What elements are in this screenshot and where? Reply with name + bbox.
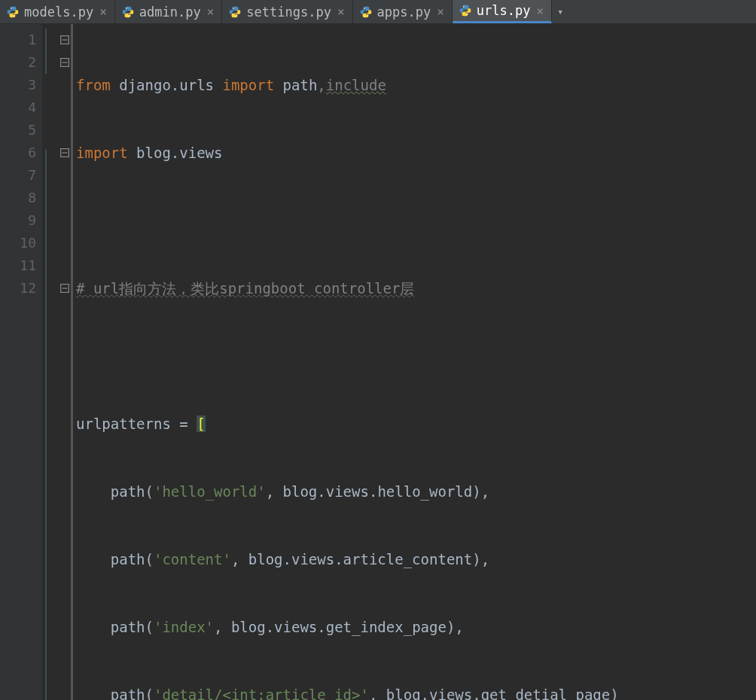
code-line: path('content', blog.views.article_conte…	[76, 548, 756, 571]
tab-label: models.py	[24, 5, 93, 20]
close-icon[interactable]: ×	[435, 5, 446, 19]
tab-apps[interactable]: apps.py ×	[353, 0, 453, 23]
python-file-icon	[459, 4, 472, 17]
line-number: 7	[0, 164, 36, 187]
tabs-overflow-button[interactable]: ▾	[552, 0, 569, 23]
code-line: import blog.views	[76, 142, 756, 164]
python-file-icon	[6, 5, 20, 19]
svg-point-5	[236, 15, 237, 16]
svg-point-2	[126, 8, 127, 8]
line-number-gutter: 1 2 3 4 5 6 7 8 9 10 11 12	[0, 24, 42, 700]
code-line: # url指向方法，类比springboot controller层	[76, 277, 756, 300]
line-number: 4	[0, 96, 36, 119]
code-line: urlpatterns = [	[76, 412, 756, 435]
line-number: 10	[0, 232, 36, 254]
chevron-down-icon: ▾	[557, 6, 563, 17]
line-number: 1	[0, 29, 36, 51]
close-icon[interactable]: ×	[535, 4, 545, 18]
code-line: path('index', blog.views.get_index_page)…	[76, 616, 756, 638]
python-file-icon	[121, 5, 135, 19]
svg-point-6	[364, 8, 364, 8]
code-line: from django.urls import path,include	[76, 74, 756, 96]
line-number: 12	[0, 277, 36, 300]
tab-admin[interactable]: admin.py ×	[115, 0, 223, 23]
line-number: 11	[0, 254, 36, 277]
line-number: 8	[0, 187, 36, 209]
svg-point-9	[466, 14, 467, 14]
fold-gutter	[42, 24, 71, 700]
code-line: path('detail/<int:article_id>', blog.vie…	[76, 683, 756, 700]
line-number: 3	[0, 74, 36, 96]
code-line: path('hello_world', blog.views.hello_wor…	[76, 480, 756, 503]
svg-point-4	[233, 8, 233, 8]
fold-end-icon[interactable]	[60, 277, 69, 300]
line-number: 2	[0, 51, 36, 74]
close-icon[interactable]: ×	[206, 5, 216, 19]
svg-point-1	[14, 15, 15, 16]
editor-tabs: models.py × admin.py × settings.py × app…	[0, 0, 756, 24]
python-file-icon	[228, 5, 242, 19]
line-number: 9	[0, 209, 36, 232]
fold-minus-icon[interactable]	[60, 142, 69, 164]
code-line	[76, 345, 756, 367]
tab-label: admin.py	[139, 5, 201, 20]
svg-point-3	[129, 15, 130, 16]
close-icon[interactable]: ×	[98, 5, 108, 19]
line-number: 6	[0, 142, 36, 164]
tab-label: urls.py	[477, 3, 531, 18]
close-icon[interactable]: ×	[336, 5, 346, 19]
line-number: 5	[0, 119, 36, 142]
code-editor[interactable]: 1 2 3 4 5 6 7 8 9 10 11 12 from django.u…	[0, 24, 756, 700]
svg-point-7	[367, 15, 367, 16]
code-area[interactable]: from django.urls import path,include imp…	[71, 24, 756, 700]
code-line	[76, 209, 756, 232]
tab-models[interactable]: models.py ×	[0, 0, 115, 23]
python-file-icon	[359, 5, 373, 19]
tab-urls[interactable]: urls.py ×	[453, 0, 552, 23]
svg-point-0	[11, 8, 11, 8]
svg-point-8	[463, 6, 464, 7]
fold-end-icon[interactable]	[60, 51, 69, 74]
tab-label: settings.py	[246, 5, 331, 20]
tab-label: apps.py	[377, 5, 431, 20]
tab-settings[interactable]: settings.py ×	[222, 0, 352, 23]
fold-minus-icon[interactable]	[60, 29, 69, 51]
